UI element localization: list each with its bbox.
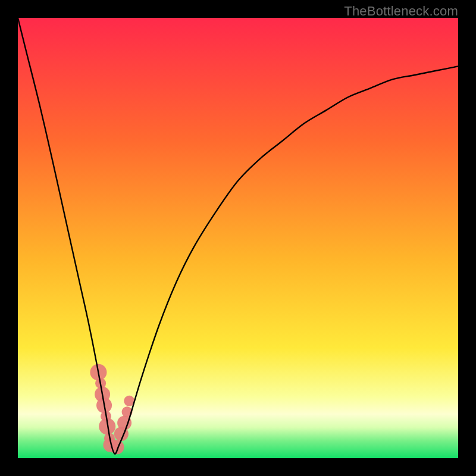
watermark-text: TheBottleneck.com: [344, 4, 458, 19]
marker-layer: [90, 364, 134, 455]
plot-area: [18, 18, 458, 458]
chart-svg: [18, 18, 458, 458]
bottleneck-curve: [18, 18, 458, 454]
chart-frame: TheBottleneck.com: [0, 0, 476, 476]
